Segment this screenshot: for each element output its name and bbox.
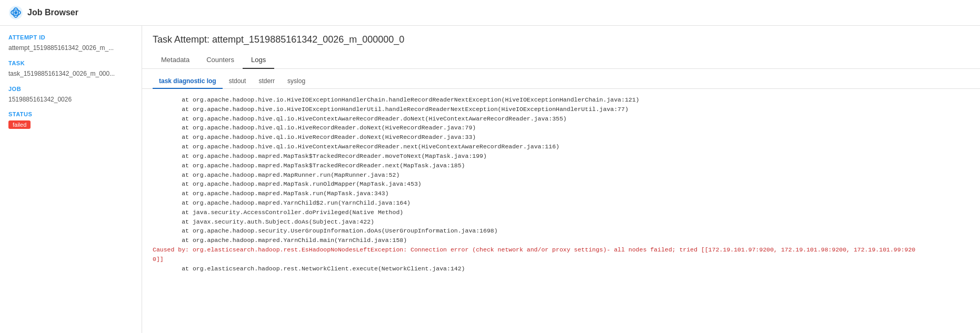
log-line: at org.apache.hadoop.hive.ql.io.HiveCont… [153, 142, 969, 152]
status-badge: failed [8, 120, 31, 129]
attempt-id-label: ATTEMPT ID [8, 34, 133, 41]
task-label: TASK [8, 60, 133, 66]
log-line: at org.apache.hadoop.hive.ql.io.HiveCont… [153, 114, 969, 124]
task-value: task_1519885161342_0026_m_000... [8, 69, 133, 78]
sub-tab-stdout[interactable]: stdout [223, 74, 253, 89]
log-line: at org.apache.hadoop.mapred.YarnChild$2.… [153, 198, 969, 208]
log-content-area[interactable]: at org.apache.hadoop.hive.io.HiveIOExcep… [142, 89, 980, 333]
status-label: STATUS [8, 111, 133, 117]
job-value: 1519885161342_0026 [8, 95, 133, 104]
log-line: at org.apache.hadoop.mapred.YarnChild.ma… [153, 236, 969, 245]
log-line: at org.apache.hadoop.mapred.MapTask.runO… [153, 179, 969, 189]
main-content: Task Attempt: attempt_1519885161342_0026… [142, 26, 980, 333]
app-title: Job Browser [27, 8, 78, 17]
log-line: at org.apache.hadoop.hive.io.HiveIOExcep… [153, 105, 969, 114]
tab-logs[interactable]: Logs [243, 52, 274, 69]
attempt-id-value: attempt_1519885161342_0026_m_... [8, 44, 133, 53]
log-line: Caused by: org.elasticsearch.hadoop.rest… [153, 245, 969, 255]
log-line: at org.apache.hadoop.hive.ql.io.HiveReco… [153, 133, 969, 142]
log-line: 0]] [153, 255, 969, 264]
app-header: Job Browser [0, 0, 980, 26]
log-line: at java.security.AccessController.doPriv… [153, 208, 969, 217]
tab-counters[interactable]: Counters [198, 52, 243, 69]
log-line: at org.apache.hadoop.mapred.MapTask$Trac… [153, 152, 969, 161]
log-line: at org.apache.hadoop.mapred.MapTask.run(… [153, 189, 969, 198]
job-label: JOB [8, 86, 133, 92]
tab-metadata[interactable]: Metadata [153, 52, 198, 69]
log-line: at org.apache.hadoop.hive.io.HiveIOExcep… [153, 95, 969, 105]
sub-tab-task-diagnostic-log[interactable]: task diagnostic log [153, 74, 223, 89]
log-line: at org.apache.hadoop.mapred.MapRunner.ru… [153, 170, 969, 180]
log-sub-tabs: task diagnostic log stdout stderr syslog [142, 69, 980, 89]
app-logo-icon [8, 5, 23, 20]
main-header: Task Attempt: attempt_1519885161342_0026… [142, 26, 980, 52]
svg-point-3 [14, 11, 17, 14]
log-line: at org.elasticsearch.hadoop.rest.Network… [153, 264, 969, 274]
page-title: Task Attempt: attempt_1519885161342_0026… [153, 34, 969, 45]
log-line: at org.apache.hadoop.hive.ql.io.HiveReco… [153, 123, 969, 133]
log-line: at org.apache.hadoop.mapred.MapTask$Trac… [153, 161, 969, 170]
sidebar: ATTEMPT ID attempt_1519885161342_0026_m_… [0, 26, 142, 333]
log-line: at org.apache.hadoop.security.UserGroupI… [153, 226, 969, 236]
main-tabs: Metadata Counters Logs [142, 52, 980, 69]
sub-tab-syslog[interactable]: syslog [281, 74, 312, 89]
log-line: at javax.security.auth.Subject.doAs(Subj… [153, 217, 969, 227]
sub-tab-stderr[interactable]: stderr [252, 74, 281, 89]
